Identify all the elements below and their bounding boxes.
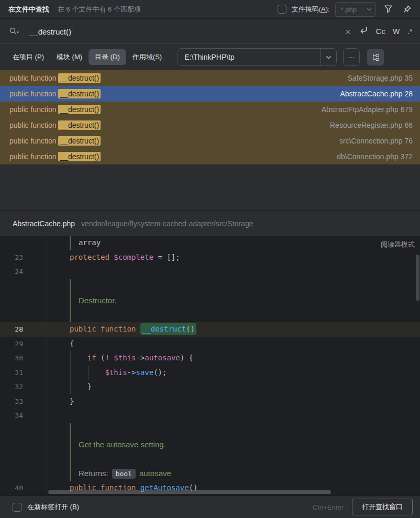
indent-guide bbox=[70, 380, 71, 394]
results-empty-space bbox=[0, 164, 420, 211]
reader-mode-link[interactable]: 阅读器模式 bbox=[381, 240, 415, 249]
preview-header: AbstractCache.php vendor/league/flysyste… bbox=[0, 211, 420, 236]
result-file-location: SafeStorage.php 35 bbox=[347, 74, 413, 82]
tree-structure-icon bbox=[371, 53, 380, 62]
filter-icon[interactable] bbox=[381, 3, 395, 16]
result-file-location: db\Connection.php 372 bbox=[337, 152, 413, 161]
code-line[interactable] bbox=[0, 308, 420, 323]
code-line[interactable]: Get the autosave setting. bbox=[0, 437, 420, 452]
line-number: 24 bbox=[0, 264, 23, 279]
result-row[interactable]: public function __destruct()AbstractFtpA… bbox=[0, 102, 420, 117]
file-structure-toggle[interactable] bbox=[367, 49, 384, 65]
code-line[interactable]: Destructor. bbox=[0, 293, 420, 308]
dialog-title: 在文件中查找 bbox=[8, 5, 49, 14]
line-number: 40 bbox=[0, 481, 23, 495]
file-mask-value: *.php bbox=[336, 3, 362, 16]
file-mask-label: 文件掩码(A): bbox=[292, 5, 330, 14]
result-file-location: src\Connection.php 76 bbox=[339, 137, 413, 145]
line-number: 29 bbox=[0, 337, 23, 351]
doc-comment-bar bbox=[70, 452, 71, 467]
line-number: 33 bbox=[0, 394, 23, 409]
results-list: public function __destruct()SafeStorage.… bbox=[0, 70, 420, 164]
indent-guide bbox=[88, 366, 89, 380]
code-line[interactable] bbox=[0, 423, 420, 438]
tab-in-project[interactable]: 在项目 (P) bbox=[6, 49, 50, 65]
result-row[interactable]: public function __destruct()db\Connectio… bbox=[0, 149, 420, 164]
vertical-scrollbar[interactable] bbox=[416, 255, 419, 301]
file-mask-combobox[interactable]: *.php bbox=[335, 2, 376, 17]
open-find-window-button[interactable]: 打开查找窗口 bbox=[352, 499, 413, 515]
match-highlight: __destruct() bbox=[58, 89, 101, 98]
open-in-new-tab-label: 在新标签打开 (B) bbox=[27, 502, 79, 512]
found-match-box: __destruct() bbox=[140, 323, 196, 335]
doc-comment-bar bbox=[70, 236, 71, 250]
shortcut-hint: Ctrl+Enter bbox=[313, 503, 344, 511]
code-line[interactable]: 28public function __destruct() bbox=[0, 322, 420, 337]
regex-toggle[interactable]: .* bbox=[407, 27, 413, 36]
code-line[interactable] bbox=[0, 279, 420, 294]
result-snippet: public function __destruct() bbox=[9, 105, 101, 114]
browse-directory-button[interactable]: ... bbox=[343, 48, 360, 66]
code-line[interactable]: Returns:boolautosave bbox=[0, 466, 420, 481]
code-line[interactable]: 24 bbox=[0, 264, 420, 279]
pin-icon[interactable] bbox=[400, 3, 414, 16]
result-row[interactable]: public function __destruct()AbstractCach… bbox=[0, 86, 420, 102]
code-line[interactable]: 29{ bbox=[0, 337, 420, 351]
directory-path-combobox[interactable]: E:\ThinkPHP\tp bbox=[178, 48, 337, 66]
match-case-toggle[interactable]: Cc bbox=[376, 27, 385, 36]
result-row[interactable]: public function __destruct()ResourceRegi… bbox=[0, 117, 420, 133]
code-line[interactable]: 34 bbox=[0, 409, 420, 423]
match-highlight: __destruct() bbox=[58, 105, 101, 114]
code-line[interactable]: 23protected $complete = []; bbox=[0, 250, 420, 265]
preview-filename: AbstractCache.php bbox=[13, 219, 75, 228]
doc-comment-bar bbox=[70, 308, 71, 323]
result-row[interactable]: public function __destruct()SafeStorage.… bbox=[0, 70, 420, 86]
line-number: 23 bbox=[0, 250, 23, 265]
file-mask-checkbox[interactable] bbox=[278, 5, 286, 14]
horizontal-scrollbar[interactable] bbox=[48, 490, 331, 494]
code-lines: array23protected $complete = [];24Destru… bbox=[0, 236, 420, 495]
clear-search-icon[interactable]: × bbox=[345, 27, 351, 37]
find-in-files-dialog: 在文件中查找 在 6 个文件中有 6 个匹配项 文件掩码(A): *.php _ bbox=[0, 0, 420, 518]
tab-directory[interactable]: 目录 (D) bbox=[89, 49, 126, 65]
code-line[interactable]: 30 if (! $this->autosave) { bbox=[0, 351, 420, 366]
chevron-down-icon[interactable] bbox=[362, 3, 375, 16]
chevron-down-icon[interactable] bbox=[320, 49, 336, 65]
search-field[interactable]: __destruct() × Cc W .* bbox=[0, 19, 420, 44]
preview-filepath: vendor/league/flysystem-cached-adapter/s… bbox=[81, 219, 253, 228]
gutter-divider bbox=[47, 236, 47, 495]
search-input[interactable]: __destruct() bbox=[29, 27, 71, 36]
doc-comment-bar bbox=[70, 293, 71, 308]
scope-selector-row: 在项目 (P) 模块 (M) 目录 (D) 作用域(S) E:\ThinkPHP… bbox=[0, 45, 420, 70]
newline-icon[interactable] bbox=[358, 25, 369, 38]
match-highlight: __destruct() bbox=[58, 73, 101, 83]
open-in-new-tab-checkbox[interactable] bbox=[13, 503, 21, 512]
tab-scope[interactable]: 作用域(S) bbox=[126, 49, 168, 65]
result-row[interactable]: public function __destruct()src\Connecti… bbox=[0, 133, 420, 149]
search-icon[interactable] bbox=[8, 26, 20, 37]
tab-module[interactable]: 模块 (M) bbox=[50, 49, 89, 65]
doc-comment-bar bbox=[70, 437, 71, 452]
match-highlight: __destruct() bbox=[58, 152, 101, 161]
match-highlight: __destruct() bbox=[58, 136, 101, 146]
indent-guide bbox=[70, 351, 71, 366]
result-snippet: public function __destruct() bbox=[9, 121, 101, 129]
code-line[interactable]: 33} bbox=[0, 394, 420, 409]
result-snippet: public function __destruct() bbox=[9, 152, 101, 161]
indent-guide bbox=[70, 366, 71, 380]
directory-path-value: E:\ThinkPHP\tp bbox=[178, 49, 320, 65]
line-number: 31 bbox=[0, 366, 23, 380]
whole-words-toggle[interactable]: W bbox=[393, 27, 400, 36]
result-file-location: ResourceRegister.php 66 bbox=[330, 121, 413, 129]
code-line[interactable]: 31 $this->save(); bbox=[0, 366, 420, 380]
text-caret bbox=[72, 27, 72, 36]
code-preview-editor: 阅读器模式 array23protected $complete = [];24… bbox=[0, 236, 420, 495]
match-summary: 在 6 个文件中有 6 个匹配项 bbox=[58, 5, 141, 14]
line-number: 30 bbox=[0, 351, 23, 366]
code-line[interactable] bbox=[0, 452, 420, 467]
dialog-header: 在文件中查找 在 6 个文件中有 6 个匹配项 文件掩码(A): *.php bbox=[0, 0, 420, 19]
code-line[interactable]: array bbox=[0, 236, 420, 250]
code-line[interactable]: 32 } bbox=[0, 380, 420, 394]
result-file-location: AbstractCache.php 28 bbox=[340, 90, 413, 98]
result-snippet: public function __destruct() bbox=[9, 74, 101, 82]
